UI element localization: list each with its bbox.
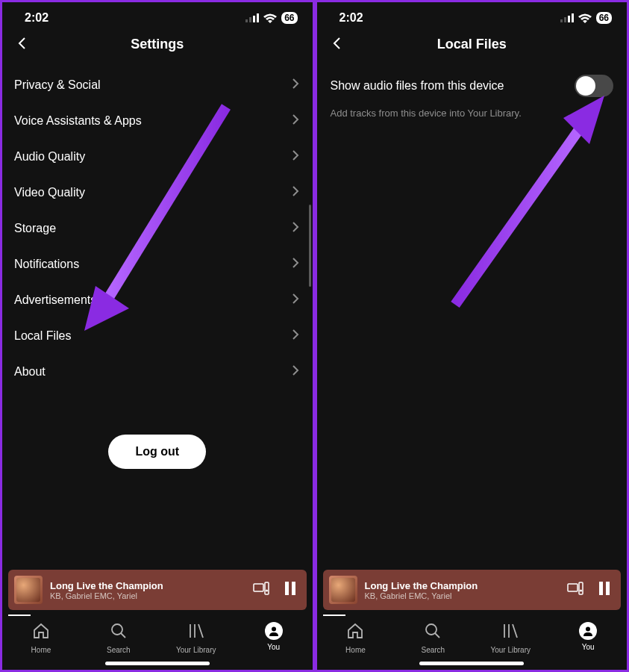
nav-library[interactable]: Your Library xyxy=(472,622,549,654)
back-button[interactable] xyxy=(331,37,344,53)
playback-progress xyxy=(323,615,345,616)
svg-point-27 xyxy=(426,624,436,635)
svg-rect-10 xyxy=(292,582,295,595)
bottom-nav: Home Search Your Library You xyxy=(317,616,628,657)
show-audio-files-toggle[interactable] xyxy=(575,75,613,97)
page-title: Settings xyxy=(16,37,299,52)
svg-rect-18 xyxy=(568,16,570,22)
chevron-right-icon xyxy=(292,149,299,164)
nav-search[interactable]: Search xyxy=(80,622,157,654)
page-title: Local Files xyxy=(331,37,614,52)
nav-label: Your Library xyxy=(490,646,531,654)
library-icon xyxy=(187,622,205,643)
nav-home[interactable]: Home xyxy=(317,622,395,654)
nav-label: Your Library xyxy=(176,646,216,654)
nav-label: Search xyxy=(421,646,445,654)
chevron-right-icon xyxy=(292,78,299,93)
devices-icon[interactable] xyxy=(567,582,583,598)
settings-item-audio-quality[interactable]: Audio Quality xyxy=(2,139,313,175)
nav-library[interactable]: Your Library xyxy=(157,622,235,654)
now-playing-controls xyxy=(567,582,615,598)
settings-item-label: Local Files xyxy=(14,329,71,343)
home-indicator[interactable] xyxy=(419,662,524,665)
nav-search[interactable]: Search xyxy=(394,622,472,654)
phone-settings-screen: 2:02 66 Settings Privacy & Social Voice … xyxy=(2,2,313,670)
status-bar: 2:02 66 xyxy=(317,2,628,26)
library-icon xyxy=(501,622,519,643)
header: Settings xyxy=(2,26,313,63)
scroll-indicator xyxy=(309,205,311,287)
chevron-right-icon xyxy=(292,364,299,379)
now-playing-bar[interactable]: Long Live the Champion KB, Gabriel EMC, … xyxy=(8,570,307,610)
header: Local Files xyxy=(317,26,628,63)
svg-rect-19 xyxy=(572,13,574,22)
status-right: 66 xyxy=(245,12,297,24)
settings-item-label: Privacy & Social xyxy=(14,78,101,92)
settings-item-storage[interactable]: Storage xyxy=(2,211,313,246)
you-icon xyxy=(265,622,283,640)
battery-indicator: 66 xyxy=(596,12,612,24)
track-artist: KB, Gabriel EMC, Yariel xyxy=(365,591,560,600)
svg-rect-6 xyxy=(254,584,263,591)
status-time: 2:02 xyxy=(339,11,363,25)
playback-progress xyxy=(8,615,31,616)
svg-line-28 xyxy=(435,633,439,638)
nav-home[interactable]: Home xyxy=(2,622,80,654)
settings-item-local-files[interactable]: Local Files xyxy=(2,318,313,354)
home-indicator[interactable] xyxy=(105,662,210,665)
toggle-knob xyxy=(576,76,595,96)
now-playing-controls xyxy=(253,582,301,598)
svg-line-12 xyxy=(121,633,125,638)
now-playing-wrap: Long Live the Champion KB, Gabriel EMC, … xyxy=(317,570,628,616)
svg-rect-3 xyxy=(257,13,259,22)
devices-icon[interactable] xyxy=(253,582,269,598)
cellular-signal-icon xyxy=(560,13,574,22)
track-title: Long Live the Champion xyxy=(365,580,560,591)
settings-item-label: Video Quality xyxy=(14,186,85,199)
battery-indicator: 66 xyxy=(281,12,297,24)
home-icon xyxy=(32,622,50,643)
status-time: 2:02 xyxy=(25,11,48,25)
chevron-right-icon xyxy=(292,221,299,236)
nav-you[interactable]: You xyxy=(549,622,627,654)
album-art xyxy=(14,576,43,604)
settings-item-privacy-social[interactable]: Privacy & Social xyxy=(2,67,313,103)
toggle-row: Show audio files from this device xyxy=(331,75,614,97)
wifi-icon xyxy=(578,13,592,23)
search-icon xyxy=(424,622,442,643)
settings-item-voice-assistants[interactable]: Voice Assistants & Apps xyxy=(2,103,313,139)
status-bar: 2:02 66 xyxy=(2,2,313,26)
svg-point-31 xyxy=(586,627,590,632)
toggle-label: Show audio files from this device xyxy=(331,79,504,93)
svg-rect-2 xyxy=(253,16,255,22)
chevron-right-icon xyxy=(292,329,299,343)
svg-rect-26 xyxy=(606,582,610,595)
settings-item-advertisements[interactable]: Advertisements xyxy=(2,282,313,318)
wifi-icon xyxy=(263,13,277,23)
logout-button[interactable]: Log out xyxy=(108,435,206,469)
settings-list[interactable]: Privacy & Social Voice Assistants & Apps… xyxy=(2,63,313,570)
svg-point-15 xyxy=(272,627,276,632)
now-playing-bar[interactable]: Long Live the Champion KB, Gabriel EMC, … xyxy=(323,570,622,610)
svg-rect-7 xyxy=(265,582,269,594)
album-art xyxy=(329,576,357,604)
settings-item-notifications[interactable]: Notifications xyxy=(2,246,313,282)
svg-rect-0 xyxy=(245,19,248,22)
settings-item-about[interactable]: About xyxy=(2,354,313,390)
pause-icon[interactable] xyxy=(284,582,296,598)
cellular-signal-icon xyxy=(245,13,259,22)
back-button[interactable] xyxy=(16,37,29,53)
settings-item-label: About xyxy=(14,365,46,379)
chevron-right-icon xyxy=(292,185,299,200)
phone-local-files-screen: 2:02 66 Local Files Show audio files fro… xyxy=(317,2,628,670)
pause-icon[interactable] xyxy=(598,582,610,598)
settings-item-video-quality[interactable]: Video Quality xyxy=(2,175,313,211)
settings-item-label: Notifications xyxy=(14,258,79,271)
chevron-right-icon xyxy=(292,257,299,272)
you-icon xyxy=(579,622,597,640)
local-files-content: Show audio files from this device Add tr… xyxy=(317,63,628,570)
svg-rect-9 xyxy=(285,582,289,595)
svg-rect-22 xyxy=(568,584,578,591)
nav-you[interactable]: You xyxy=(235,622,313,654)
home-icon xyxy=(346,622,364,643)
